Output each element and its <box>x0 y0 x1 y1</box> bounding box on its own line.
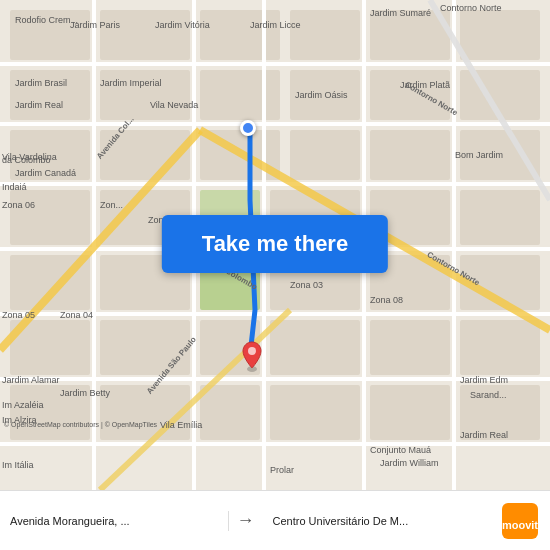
city-block <box>100 130 190 180</box>
origin-value: Avenida Morangueira, ... <box>10 515 218 527</box>
city-block <box>270 385 360 440</box>
road-h <box>0 442 550 446</box>
city-block <box>290 70 360 120</box>
map-container: Rodofio Crem... Jardim Paris Jardim Vitó… <box>0 0 550 490</box>
city-block <box>200 130 280 180</box>
arrow-icon: → <box>229 510 263 531</box>
city-block <box>460 320 540 375</box>
map-attribution: © OpenStreetMap contributors | © OpenMap… <box>4 421 157 428</box>
city-block <box>10 320 90 375</box>
city-block <box>370 130 450 180</box>
city-block <box>460 10 540 60</box>
city-block <box>10 10 90 60</box>
city-block <box>200 70 280 120</box>
destination-pin <box>241 340 263 372</box>
city-block <box>460 385 540 440</box>
city-block <box>290 10 360 60</box>
start-location-dot <box>240 120 256 136</box>
city-block <box>10 190 90 245</box>
city-block <box>370 385 450 440</box>
road-h <box>0 377 550 381</box>
road-v <box>452 0 456 490</box>
city-block <box>100 70 190 120</box>
road-h <box>0 182 550 186</box>
city-block <box>460 190 540 245</box>
city-block <box>10 255 90 310</box>
city-block <box>200 385 260 440</box>
city-block <box>460 255 540 310</box>
city-block <box>200 10 280 60</box>
road-h <box>0 312 550 316</box>
city-block <box>100 10 190 60</box>
city-block <box>460 130 540 180</box>
city-block <box>370 70 450 120</box>
city-block <box>290 130 360 180</box>
city-block <box>370 10 450 60</box>
destination-value: Centro Universitário De M... <box>273 515 481 527</box>
moovit-logo: moovit <box>490 499 550 543</box>
city-block <box>10 385 90 440</box>
city-block <box>10 130 90 180</box>
city-block <box>100 385 190 440</box>
city-block <box>460 70 540 120</box>
road-h <box>0 62 550 66</box>
origin-section: Avenida Morangueira, ... <box>0 511 229 531</box>
road-h <box>0 122 550 126</box>
svg-point-5 <box>248 347 256 355</box>
bottom-bar: Avenida Morangueira, ... → Centro Univer… <box>0 490 550 550</box>
city-block <box>10 70 90 120</box>
take-me-there-button[interactable]: Take me there <box>162 215 388 273</box>
svg-text:moovit: moovit <box>502 519 538 531</box>
moovit-icon: moovit <box>502 503 538 539</box>
city-block <box>370 320 450 375</box>
city-block <box>100 320 190 375</box>
city-block <box>270 320 360 375</box>
destination-section: Centro Universitário De M... <box>263 511 491 531</box>
road-v <box>92 0 96 490</box>
